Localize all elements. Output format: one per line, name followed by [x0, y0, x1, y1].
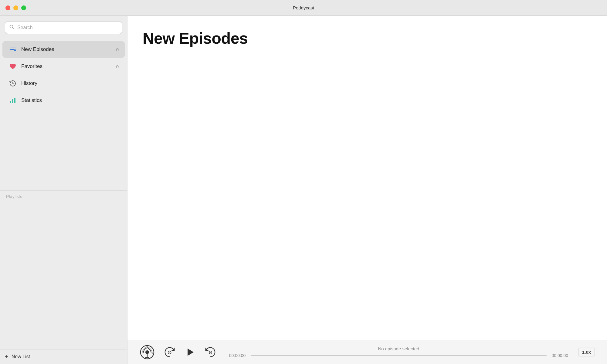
- playlists-label: Playlists: [6, 194, 22, 199]
- player-bar: 30 30: [127, 340, 607, 364]
- titlebar: Poddycast: [0, 0, 607, 16]
- statistics-icon: [8, 97, 17, 104]
- sidebar-item-new-episodes[interactable]: New Episodes 0: [2, 41, 125, 58]
- speed-button[interactable]: 1.0x: [578, 348, 595, 356]
- sidebar-item-new-episodes-badge: 0: [116, 47, 119, 52]
- nav-items: New Episodes 0 Favorites 0: [0, 39, 127, 189]
- search-input[interactable]: [17, 25, 118, 30]
- maximize-button[interactable]: [21, 5, 26, 10]
- player-controls: 30 30: [140, 345, 216, 360]
- sidebar-item-history[interactable]: History: [2, 75, 125, 92]
- progress-row: 00:00:00 00:00:00: [228, 353, 569, 358]
- rewind-button[interactable]: 30: [164, 346, 175, 358]
- window-controls: [5, 5, 26, 10]
- podcast-button[interactable]: [140, 345, 155, 360]
- new-episodes-icon: [8, 46, 17, 53]
- new-list-button[interactable]: + New List: [0, 349, 127, 364]
- content-main: New Episodes: [127, 16, 607, 340]
- search-icon: [9, 25, 14, 31]
- svg-rect-7: [10, 101, 11, 103]
- minimize-button[interactable]: [13, 5, 18, 10]
- sidebar-item-favorites[interactable]: Favorites 0: [2, 58, 125, 75]
- svg-point-11: [145, 350, 149, 354]
- sidebar-item-new-episodes-label: New Episodes: [21, 46, 116, 52]
- sidebar-item-favorites-badge: 0: [116, 64, 119, 69]
- sidebar-item-statistics[interactable]: Statistics: [2, 92, 125, 109]
- svg-point-5: [14, 49, 16, 51]
- search-box[interactable]: [5, 21, 122, 34]
- sidebar: New Episodes 0 Favorites 0: [0, 16, 127, 364]
- forward-button[interactable]: 30: [205, 346, 216, 358]
- svg-text:30: 30: [209, 351, 212, 354]
- plus-icon: +: [5, 354, 8, 360]
- close-button[interactable]: [5, 5, 10, 10]
- play-button[interactable]: [185, 347, 195, 358]
- svg-text:30: 30: [168, 351, 171, 354]
- svg-rect-9: [14, 98, 15, 103]
- playlists-section: Playlists: [0, 190, 127, 202]
- content-area: New Episodes: [127, 16, 607, 364]
- episode-info: No episode selected: [378, 346, 419, 351]
- heart-icon: [8, 63, 17, 69]
- sidebar-item-history-label: History: [21, 80, 119, 86]
- progress-bar[interactable]: [251, 355, 547, 356]
- app-title: Poddycast: [293, 5, 314, 10]
- sidebar-item-favorites-label: Favorites: [21, 63, 116, 69]
- time-start: 00:00:00: [228, 353, 246, 358]
- svg-rect-8: [12, 99, 13, 103]
- new-list-label: New List: [12, 354, 30, 359]
- player-progress: No episode selected 00:00:00 00:00:00: [228, 346, 569, 358]
- page-title: New Episodes: [143, 29, 592, 47]
- time-end: 00:00:00: [551, 353, 569, 358]
- search-container: [0, 16, 127, 39]
- sidebar-item-statistics-label: Statistics: [21, 97, 119, 103]
- svg-line-1: [13, 28, 14, 29]
- history-icon: [8, 80, 17, 87]
- sidebar-spacer: [0, 202, 127, 349]
- svg-marker-15: [188, 349, 194, 356]
- app-body: New Episodes 0 Favorites 0: [0, 16, 607, 364]
